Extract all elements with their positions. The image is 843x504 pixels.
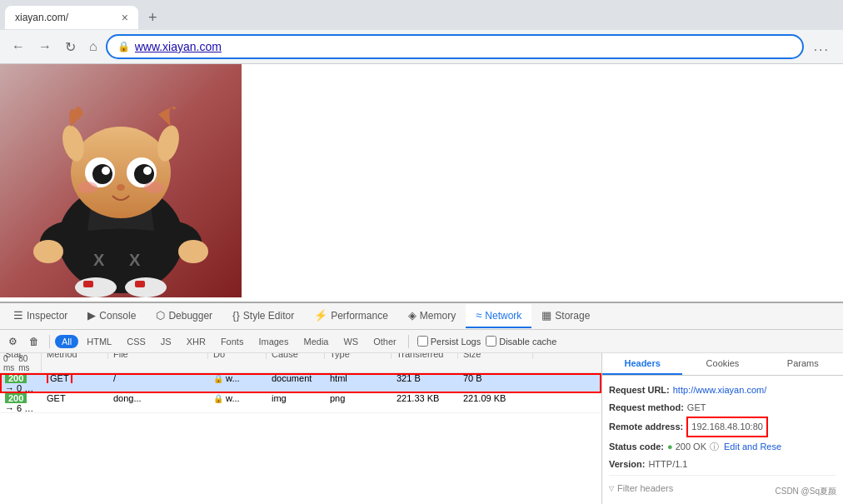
clear-button[interactable]: 🗑 <box>24 333 44 350</box>
browser-chrome: xiayan.com/ × + ← → ↻ ⌂ 🔒 ... <box>0 0 843 64</box>
tab-debugger[interactable]: ⬡ Debugger <box>146 304 222 328</box>
request-method-row: Request method: GET <box>609 400 836 416</box>
filter-media[interactable]: Media <box>297 335 335 348</box>
waterfall-label-end: 80 ms <box>18 354 37 372</box>
filter-js[interactable]: JS <box>154 335 178 348</box>
col-domain: Do <box>208 353 267 359</box>
details-panel: Headers Cookies Params Request URL: http… <box>601 353 843 504</box>
disable-cache-label[interactable]: Disable cache <box>486 336 556 347</box>
cell-transferred-1: 321 B <box>392 373 458 383</box>
cell-size-2: 221.09 KB <box>458 393 533 403</box>
status-code-value: 200 OK <box>667 439 706 455</box>
details-tab-cookies[interactable]: Cookies <box>682 353 762 375</box>
console-icon: ▶ <box>87 309 96 322</box>
table-header-row: Stat Method File Do Cause Type Transferr… <box>0 353 601 373</box>
filter-ws[interactable]: WS <box>337 335 365 348</box>
tab-storage-label: Storage <box>555 310 590 322</box>
address-input[interactable] <box>135 40 792 53</box>
svg-point-21 <box>125 277 167 297</box>
waterfall-bar-2 <box>41 402 42 412</box>
cell-cause-1: document <box>267 373 325 383</box>
tab-memory-label: Memory <box>420 310 456 322</box>
details-tab-headers[interactable]: Headers <box>602 353 682 375</box>
filter-headers-label: Filter headers <box>617 481 673 497</box>
filter-xhr[interactable]: XHR <box>180 335 212 348</box>
version-row: Version: HTTP/1.1 <box>609 457 836 472</box>
cell-size-1: 70 B <box>458 373 533 383</box>
devtools-tab-bar: ☰ Inspector ▶ Console ⬡ Debugger {} Styl… <box>0 303 843 330</box>
status-help-icon[interactable]: ⓘ <box>710 439 719 455</box>
col-size: Size <box>458 353 533 359</box>
filter-fonts[interactable]: Fonts <box>214 335 251 348</box>
persist-logs-checkbox[interactable] <box>417 336 428 347</box>
tab-console[interactable]: ▶ Console <box>77 304 146 328</box>
page-content: X X <box>0 64 843 302</box>
request-url-row: Request URL: http://www.xiayan.com/ <box>609 382 836 398</box>
address-icon: 🔒 <box>117 41 130 52</box>
cell-domain-2: 🔒 w... <box>208 393 267 403</box>
waterfall-label-start: 0 ms <box>3 354 18 372</box>
tab-console-label: Console <box>99 310 136 322</box>
col-type: Type <box>325 353 392 359</box>
cell-time-1: → 0 ms <box>0 382 42 393</box>
request-url-value: http://www.xiayan.com/ <box>673 382 767 398</box>
tab-memory[interactable]: ◈ Memory <box>398 304 466 328</box>
address-bar[interactable]: 🔒 <box>106 34 804 59</box>
tab-storage[interactable]: ▦ Storage <box>531 304 600 328</box>
browser-tab[interactable]: xiayan.com/ × <box>5 6 138 29</box>
details-tab-params[interactable]: Params <box>763 353 843 375</box>
forward-button[interactable]: → <box>33 36 57 57</box>
tab-title: xiayan.com/ <box>15 12 115 23</box>
back-button[interactable]: ← <box>7 36 30 57</box>
status-code-row: Status code: 200 OK ⓘ Edit and Rese <box>609 439 836 455</box>
devtools-settings-button[interactable]: ⚙ <box>3 333 22 350</box>
svg-point-5 <box>178 240 208 263</box>
separator2 <box>408 335 409 348</box>
cell-type-2: png <box>325 393 392 403</box>
devtools-panel: ☰ Inspector ▶ Console ⬡ Debugger {} Styl… <box>0 302 843 504</box>
table-row[interactable]: 200 GET / 🔒 w... document html 321 B <box>0 373 601 393</box>
col-transferred: Transferred <box>392 353 458 359</box>
tab-performance[interactable]: ⚡ Performance <box>304 304 398 328</box>
network-toolbar: ⚙ 🗑 All HTML CSS JS XHR Fonts Images Med… <box>0 330 843 353</box>
request-method-label: Request method: <box>609 400 684 416</box>
filter-images[interactable]: Images <box>252 335 295 348</box>
persist-logs-label[interactable]: Persist Logs <box>417 336 481 347</box>
watermark: CSDN @Sq夏颜 <box>772 484 841 499</box>
tab-close-button[interactable]: × <box>122 11 128 24</box>
svg-point-20 <box>75 277 117 297</box>
filter-all[interactable]: All <box>55 335 78 348</box>
browser-content: X X ☰ Inspector ▶ Console ⬡ <box>0 64 843 504</box>
filter-other[interactable]: Other <box>367 335 403 348</box>
cell-domain-1: 🔒 w... <box>208 373 267 383</box>
debugger-icon: ⬡ <box>156 309 165 322</box>
svg-point-12 <box>134 164 154 184</box>
filter-html[interactable]: HTML <box>80 335 118 348</box>
more-button[interactable]: ... <box>807 36 836 57</box>
edit-resend-link[interactable]: Edit and Rese <box>724 439 781 455</box>
cell-time-2: → 6 ms <box>0 402 42 413</box>
svg-text:X: X <box>93 251 105 269</box>
svg-point-17 <box>117 184 125 191</box>
network-icon: ≈ <box>476 309 481 322</box>
tab-network-label: Network <box>485 310 521 322</box>
new-tab-button[interactable]: + <box>142 6 164 30</box>
cell-transferred-2: 221.33 KB <box>392 393 458 403</box>
tab-style-editor[interactable]: {} Style Editor <box>222 304 304 328</box>
page-image: X X <box>0 64 242 297</box>
tab-debugger-label: Debugger <box>168 310 212 322</box>
version-value: HTTP/1.1 <box>648 457 687 472</box>
style-editor-icon: {} <box>232 309 240 322</box>
tab-inspector[interactable]: ☰ Inspector <box>3 304 77 328</box>
details-tab-bar: Headers Cookies Params <box>602 353 843 376</box>
col-waterfall: 0 ms 80 ms <box>0 354 42 372</box>
disable-cache-checkbox[interactable] <box>486 336 496 347</box>
table-row[interactable]: 200 GET dong... 🔒 w... img png 221.33 KB… <box>0 393 601 413</box>
refresh-button[interactable]: ↻ <box>60 36 81 58</box>
method-badge-1: GET <box>47 373 72 383</box>
home-button[interactable]: ⌂ <box>84 36 102 57</box>
storage-icon: ▦ <box>541 309 551 322</box>
tab-network[interactable]: ≈ Network <box>466 304 531 328</box>
svg-point-14 <box>143 167 152 175</box>
filter-css[interactable]: CSS <box>120 335 152 348</box>
